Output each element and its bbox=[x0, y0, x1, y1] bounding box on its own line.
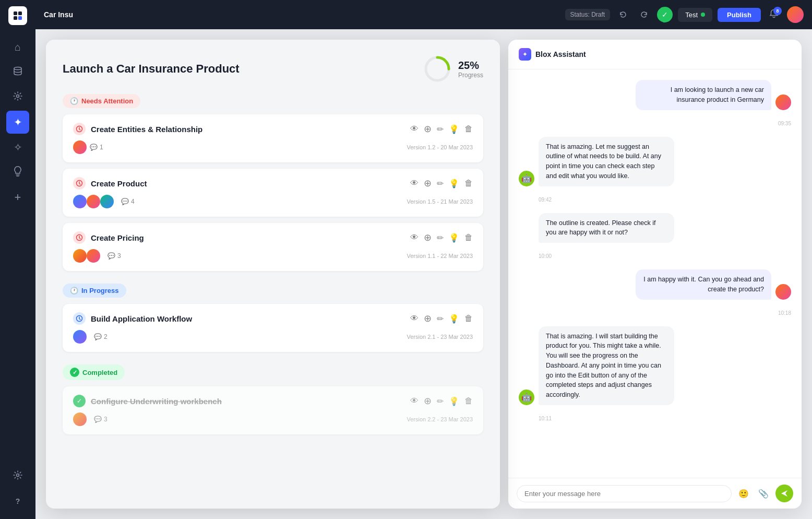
task-3-magic-icon[interactable]: 💡 bbox=[449, 233, 459, 243]
task-5-view-icon[interactable]: 👁 bbox=[410, 396, 419, 406]
emoji-button[interactable]: 🙂 bbox=[736, 486, 751, 501]
task-3-add-icon[interactable]: ⊕ bbox=[424, 232, 432, 243]
main-area: Car Insu Status: Draft ✓ Test Publish bbox=[35, 0, 812, 519]
message-1: I am looking to launch a new car insuran… bbox=[519, 80, 791, 110]
help-icon: ? bbox=[16, 497, 20, 505]
task-4-comments: 💬 2 bbox=[94, 333, 108, 340]
task-1-magic-icon[interactable]: 💡 bbox=[449, 124, 459, 134]
sidebar-item-ai2[interactable]: ✧ bbox=[6, 136, 29, 159]
send-button[interactable] bbox=[775, 485, 793, 502]
task-4-title: Build Application Workflow bbox=[91, 314, 192, 323]
user-avatar[interactable] bbox=[787, 6, 804, 23]
task-3-delete-icon[interactable]: 🗑 bbox=[464, 233, 473, 242]
sidebar-item-gear[interactable] bbox=[6, 86, 29, 109]
task-4-delete-icon[interactable]: 🗑 bbox=[464, 314, 473, 323]
status-badge: Status: Draft bbox=[565, 9, 611, 20]
sidebar-item-help[interactable]: ? bbox=[6, 490, 29, 513]
svg-rect-1 bbox=[18, 11, 22, 15]
task-5-avatar-1 bbox=[73, 412, 87, 426]
message-input[interactable] bbox=[517, 485, 732, 502]
task-3-comments: 💬 3 bbox=[108, 252, 121, 260]
task-card-5: ✓ Configure Underwriting workbench 👁 ⊕ ✏… bbox=[63, 386, 483, 434]
task-4-view-icon[interactable]: 👁 bbox=[410, 314, 419, 323]
task-5-delete-icon[interactable]: 🗑 bbox=[464, 396, 473, 406]
msg-1-bubble: I am looking to launch a new car insuran… bbox=[636, 80, 771, 110]
sidebar: ⌂ ✦ ✧ + bbox=[0, 0, 35, 519]
ai2-icon: ✧ bbox=[14, 141, 22, 154]
task-4-add-icon[interactable]: ⊕ bbox=[424, 313, 432, 324]
task-1-version: Version 1.2 - 20 Mar 2023 bbox=[407, 144, 473, 150]
task-2-delete-icon[interactable]: 🗑 bbox=[464, 179, 473, 188]
msg-5-bubble: That is amazing. I will start building t… bbox=[539, 326, 674, 405]
notifications-button[interactable]: 8 bbox=[766, 7, 782, 22]
task-1-view-icon[interactable]: 👁 bbox=[410, 124, 419, 134]
task-5-add-icon[interactable]: ⊕ bbox=[424, 395, 432, 407]
ai-panel: ✦ Blox Assistant I am looking to launch … bbox=[508, 40, 802, 509]
attach-button[interactable]: 📎 bbox=[756, 486, 771, 501]
task-5-footer: 💬 3 Version 2.2 - 23 Mar 2023 bbox=[73, 412, 473, 426]
sidebar-item-settings[interactable] bbox=[6, 465, 29, 488]
topbar: Car Insu Status: Draft ✓ Test Publish bbox=[35, 0, 812, 29]
check-green-icon: ✓ bbox=[70, 368, 79, 377]
sidebar-item-database[interactable] bbox=[6, 61, 29, 84]
task-5-comments: 💬 3 bbox=[94, 416, 108, 423]
msg-4-time: 10:18 bbox=[519, 310, 791, 316]
msg-5-time: 10:11 bbox=[519, 416, 791, 421]
task-1-add-icon[interactable]: ⊕ bbox=[424, 123, 432, 135]
home-icon: ⌂ bbox=[15, 41, 21, 53]
progress-percent: 25% bbox=[458, 60, 483, 72]
ai-avatar-3: 🤖 bbox=[519, 390, 534, 405]
task-2-add-icon[interactable]: ⊕ bbox=[424, 178, 432, 189]
project-header: Launch a Car Insurance Product 25% Progr… bbox=[46, 40, 500, 94]
clock-red-icon: 🕐 bbox=[70, 97, 78, 105]
project-panel: Launch a Car Insurance Product 25% Progr… bbox=[46, 40, 500, 509]
svg-rect-0 bbox=[14, 11, 17, 15]
publish-button[interactable]: Publish bbox=[718, 8, 761, 22]
sidebar-item-ai[interactable]: ✦ bbox=[6, 111, 29, 134]
task-2-magic-icon[interactable]: 💡 bbox=[449, 179, 459, 188]
task-2-edit-icon[interactable]: ✏ bbox=[437, 179, 444, 188]
section-needs-attention-badge: 🕐 Needs Attention bbox=[63, 94, 140, 108]
sidebar-item-home[interactable]: ⌂ bbox=[6, 36, 29, 58]
sidebar-logo[interactable] bbox=[8, 6, 27, 25]
section-in-progress-badge: 🕐 In Progress bbox=[63, 284, 126, 298]
task-5-edit-icon[interactable]: ✏ bbox=[437, 396, 444, 406]
ai-panel-title: Blox Assistant bbox=[535, 50, 586, 58]
task-5-status-icon: ✓ bbox=[73, 395, 86, 407]
message-4: I am happy with it. Can you go ahead and… bbox=[519, 269, 791, 300]
sidebar-item-lightbulb[interactable] bbox=[6, 161, 29, 184]
sidebar-item-add[interactable]: + bbox=[6, 186, 29, 209]
redo-button[interactable] bbox=[636, 7, 652, 22]
check-button[interactable]: ✓ bbox=[657, 7, 673, 22]
msg-3-bubble: The outline is created. Please check if … bbox=[539, 213, 674, 243]
task-card-1: Create Entities & Relationship 👁 ⊕ ✏ 💡 🗑 bbox=[63, 114, 483, 162]
task-2-view-icon[interactable]: 👁 bbox=[410, 179, 419, 188]
task-4-version: Version 2.1 - 23 Mar 2023 bbox=[407, 334, 473, 340]
task-4-edit-icon[interactable]: ✏ bbox=[437, 314, 444, 324]
task-3-avatars: 💬 3 bbox=[73, 249, 121, 263]
task-4-magic-icon[interactable]: 💡 bbox=[449, 314, 459, 324]
task-1-edit-icon[interactable]: ✏ bbox=[437, 124, 444, 134]
task-2-avatar-3 bbox=[100, 195, 114, 208]
task-5-magic-icon[interactable]: 💡 bbox=[449, 396, 459, 406]
task-3-view-icon[interactable]: 👁 bbox=[410, 233, 419, 242]
task-3-version: Version 1.1 - 22 Mar 2023 bbox=[407, 253, 473, 259]
task-5-header: ✓ Configure Underwriting workbench 👁 ⊕ ✏… bbox=[73, 395, 473, 407]
progress-section: 25% Progress bbox=[423, 54, 483, 84]
gear-icon bbox=[13, 91, 23, 104]
undo-button[interactable] bbox=[615, 7, 631, 22]
task-2-version: Version 1.5 - 21 Mar 2023 bbox=[407, 198, 473, 205]
user-avatar-2 bbox=[775, 284, 791, 300]
task-4-footer: 💬 2 Version 2.1 - 23 Mar 2023 bbox=[73, 330, 473, 344]
task-3-edit-icon[interactable]: ✏ bbox=[437, 233, 444, 243]
ai-sparkle-icon: ✦ bbox=[14, 116, 22, 128]
task-card-4: Build Application Workflow 👁 ⊕ ✏ 💡 🗑 bbox=[63, 304, 483, 352]
test-label: Test bbox=[685, 11, 698, 19]
task-1-delete-icon[interactable]: 🗑 bbox=[464, 124, 473, 134]
svg-point-6 bbox=[17, 474, 19, 476]
msg-4-bubble: I am happy with it. Can you go ahead and… bbox=[636, 269, 771, 300]
test-button[interactable]: Test bbox=[678, 8, 712, 22]
section-completed-badge: ✓ Completed bbox=[63, 364, 125, 380]
task-1-header: Create Entities & Relationship 👁 ⊕ ✏ 💡 🗑 bbox=[73, 123, 473, 135]
user-avatar-1 bbox=[775, 95, 791, 110]
